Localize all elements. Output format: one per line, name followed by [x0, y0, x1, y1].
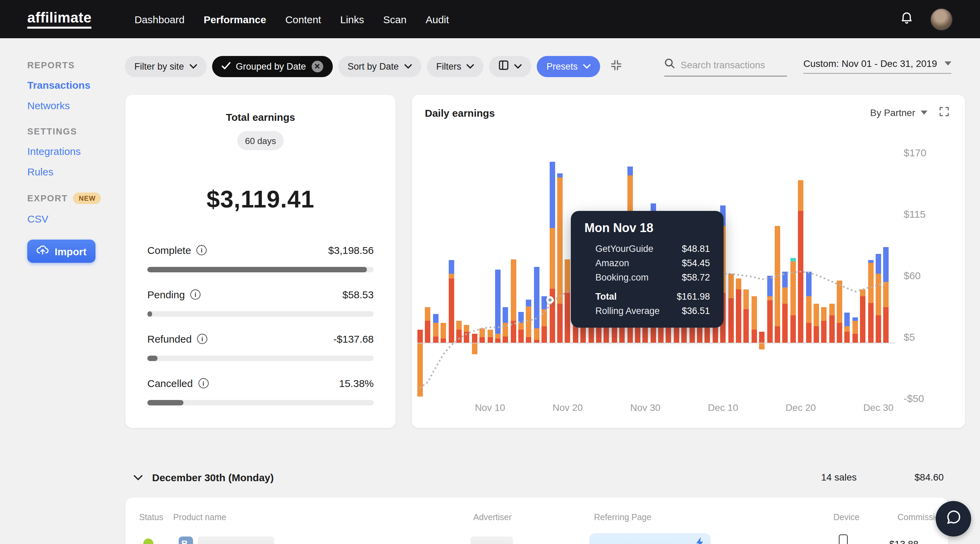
day-group-header[interactable]: December 30th (Monday) 14 sales $84.60 — [134, 471, 952, 483]
chevron-down-icon[interactable] — [134, 471, 143, 483]
bar-day-11[interactable] — [495, 95, 501, 450]
bar-segment-amazon — [814, 304, 819, 326]
bar-day-20[interactable] — [565, 95, 571, 450]
info-icon[interactable]: i — [198, 378, 208, 388]
app-root: affilimate Dashboard Performance Content… — [0, 0, 980, 544]
tooltip-row-total: Total$161.98 — [584, 289, 710, 304]
bar-day-52[interactable] — [814, 95, 819, 450]
info-icon[interactable]: i — [197, 334, 207, 344]
bar-segment-amazon — [790, 262, 795, 315]
chat-widget-button[interactable] — [935, 501, 971, 536]
bar-day-55[interactable] — [837, 95, 842, 450]
bar-day-7[interactable] — [464, 95, 469, 450]
y-axis-label: $5 — [904, 331, 945, 343]
bar-day-9[interactable] — [479, 95, 485, 450]
sidebar-item-csv[interactable]: CSV — [27, 213, 130, 225]
bar-day-12[interactable] — [503, 95, 508, 450]
bar-day-44[interactable] — [751, 95, 757, 450]
bar-day-43[interactable] — [744, 95, 749, 450]
bar-day-41[interactable] — [728, 95, 733, 450]
bar-day-18[interactable] — [549, 95, 555, 450]
bar-day-49[interactable] — [790, 95, 795, 450]
referring-page-link[interactable] — [589, 533, 711, 544]
period-pill[interactable]: 60 days — [237, 131, 284, 150]
bar-day-8[interactable] — [472, 95, 477, 450]
column-header-referring-page[interactable]: Referring Page — [594, 513, 651, 522]
collapse-icon[interactable] — [610, 58, 623, 74]
import-button[interactable]: Import — [27, 239, 95, 263]
sidebar-item-integrations[interactable]: Integrations — [27, 145, 130, 157]
bar-segment-amazon — [433, 323, 439, 336]
search-input[interactable]: Search transactions — [664, 58, 787, 77]
bar-day-51[interactable] — [806, 95, 811, 450]
bar-day-5[interactable] — [449, 95, 454, 450]
bar-day-53[interactable] — [821, 95, 827, 450]
nav-item-links[interactable]: Links — [340, 13, 364, 25]
bell-icon[interactable] — [899, 10, 914, 28]
tooltip-series-value: $48.81 — [682, 244, 710, 254]
bar-day-14[interactable] — [518, 95, 524, 450]
grouped-by-date-chip[interactable]: Grouped by Date ✕ — [212, 56, 333, 77]
metric-label: Complete — [147, 244, 191, 256]
bar-day-17[interactable] — [541, 95, 547, 450]
bar-day-15[interactable] — [526, 95, 531, 450]
fullscreen-icon[interactable] — [939, 106, 950, 120]
filters-dropdown[interactable]: Filters — [426, 56, 484, 77]
bar-day-2[interactable] — [425, 95, 431, 450]
bar-day-59[interactable] — [868, 95, 873, 450]
bar-day-1[interactable] — [417, 95, 423, 450]
nav-item-content[interactable]: Content — [285, 13, 321, 25]
nav-item-performance[interactable]: Performance — [204, 13, 266, 25]
bar-segment-booking-com — [449, 260, 454, 274]
bar-day-54[interactable] — [829, 95, 834, 450]
bar-segment-booking-com — [876, 254, 881, 274]
sort-by-date-dropdown[interactable]: Sort by Date — [338, 56, 421, 77]
app-logo[interactable]: affilimate — [27, 10, 91, 29]
bar-segment-amazon — [728, 274, 733, 298]
bar-day-57[interactable] — [853, 95, 858, 450]
bar-segment-amazon — [495, 334, 501, 338]
bar-day-16[interactable] — [534, 95, 539, 450]
bar-day-10[interactable] — [487, 95, 493, 450]
bar-day-13[interactable] — [511, 95, 516, 450]
metric-label: Cancelled — [147, 378, 192, 389]
filter-by-site-dropdown[interactable]: Filter by site — [125, 56, 207, 77]
sidebar-item-transactions[interactable]: Transactions — [27, 79, 130, 91]
bar-day-46[interactable] — [767, 95, 772, 450]
bar-day-42[interactable] — [736, 95, 741, 450]
bar-day-61[interactable] — [883, 95, 889, 450]
bar-day-3[interactable] — [433, 95, 439, 450]
user-avatar[interactable] — [930, 8, 953, 30]
bar-segment-getyourguide — [472, 334, 477, 343]
nav-item-scan[interactable]: Scan — [383, 13, 406, 25]
presets-dropdown[interactable]: Presets — [537, 56, 600, 77]
column-header-advertiser[interactable]: Advertiser — [473, 513, 512, 522]
nav-item-audit[interactable]: Audit — [426, 13, 449, 25]
column-header-product-name[interactable]: Product name — [173, 513, 226, 522]
bar-segment-getyourguide — [775, 326, 780, 343]
bar-day-6[interactable] — [456, 95, 462, 450]
bar-day-60[interactable] — [876, 95, 881, 450]
bar-day-50[interactable] — [798, 95, 803, 450]
info-icon[interactable]: i — [190, 289, 200, 300]
bar-segment-booking-com — [883, 247, 889, 282]
sidebar-item-rules[interactable]: Rules — [27, 166, 130, 177]
bar-day-47[interactable] — [775, 95, 780, 450]
bar-day-58[interactable] — [860, 95, 865, 450]
bar-day-4[interactable] — [441, 95, 446, 450]
chevron-down-icon — [583, 64, 590, 69]
column-header-device[interactable]: Device — [834, 513, 859, 522]
bar-segment-amazon — [518, 323, 524, 330]
nav-item-dashboard[interactable]: Dashboard — [134, 13, 185, 25]
columns-dropdown[interactable] — [489, 56, 531, 77]
bar-day-48[interactable] — [783, 95, 788, 450]
remove-filter-icon[interactable]: ✕ — [311, 61, 323, 72]
bar-day-56[interactable] — [845, 95, 850, 450]
bar-day-19[interactable] — [557, 95, 563, 450]
bar-day-45[interactable] — [759, 95, 765, 450]
bar-segment-amazon — [534, 328, 539, 340]
sidebar-item-networks[interactable]: Networks — [27, 100, 130, 111]
info-icon[interactable]: i — [196, 245, 207, 255]
date-range-picker[interactable]: Custom: Nov 01 - Dec 31, 2019 — [803, 58, 951, 74]
column-header-status[interactable]: Status — [139, 513, 163, 522]
